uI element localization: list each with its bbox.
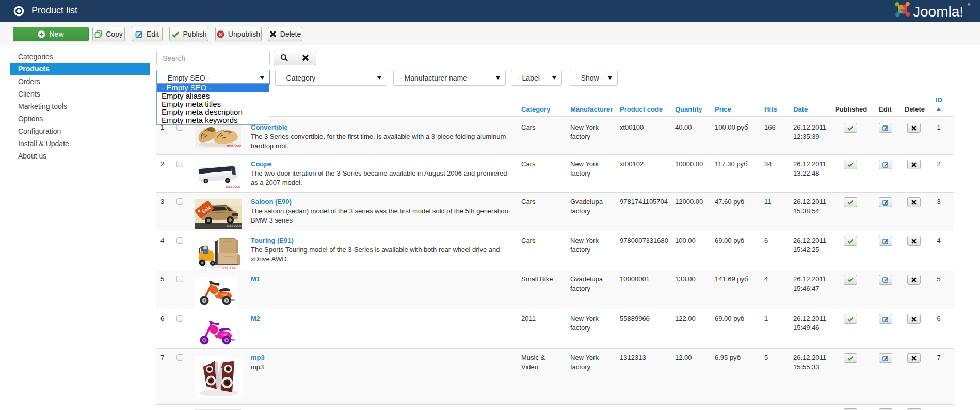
svg-text:TEST LOGO: TEST LOGO	[226, 185, 240, 188]
svg-text:Joomla!: Joomla!	[913, 4, 963, 20]
svg-text:TEST LOGO: TEST LOGO	[227, 145, 241, 148]
svg-text:TEST LOGO: TEST LOGO	[227, 224, 242, 227]
svg-text:®: ®	[968, 3, 971, 6]
